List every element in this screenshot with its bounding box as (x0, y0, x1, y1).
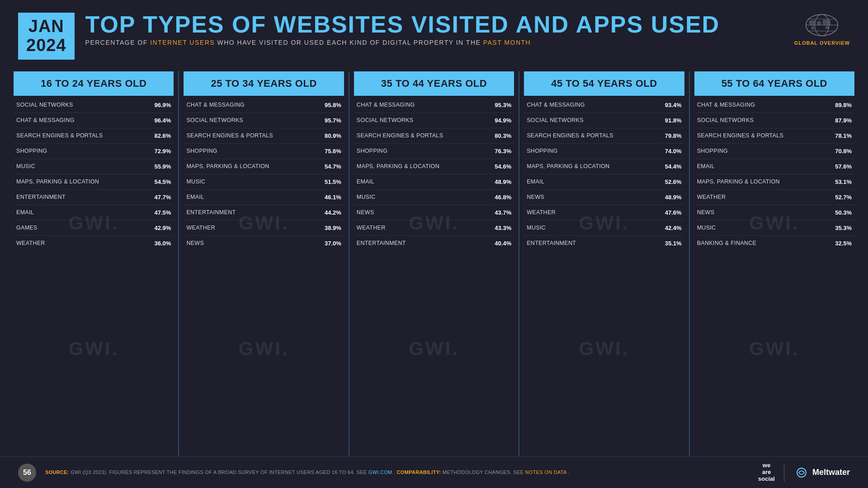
age-column-col-16-24: 16 TO 24 YEARS OLDGWI.GWI.SOCIAL NETWORK… (14, 71, 174, 457)
comparability-text: METHODOLOGY CHANGES. SEE (443, 469, 525, 475)
data-row: ENTERTAINMENT40.4% (354, 236, 514, 251)
we-are-social-logo: wearesocial (758, 462, 775, 483)
gwi-watermark-2: GWI. (68, 338, 119, 360)
data-row: GAMES42.9% (14, 221, 174, 236)
data-table-col-35-44: GWI.GWI.CHAT & MESSAGING95.3%SOCIAL NETW… (354, 98, 514, 456)
data-row: EMAIL47.5% (14, 205, 174, 221)
gwi-link[interactable]: GWI.COM (368, 469, 392, 475)
data-row: SEARCH ENGINES & PORTALS79.8% (524, 128, 684, 144)
data-row: EMAIL48.9% (354, 174, 514, 190)
column-divider (178, 71, 179, 457)
meltwater-logo: Meltwater (793, 467, 850, 478)
row-value: 53.1% (832, 178, 852, 185)
row-value: 78.1% (832, 132, 852, 139)
data-row: NEWS50.3% (694, 205, 854, 221)
footer-logos: wearesocial Meltwater (758, 462, 850, 483)
row-value: 87.9% (832, 117, 852, 124)
row-value: 47.7% (151, 194, 171, 201)
data-row: BANKING & FINANCE32.5% (694, 236, 854, 251)
row-label: CHAT & MESSAGING (697, 102, 832, 108)
data-row: SEARCH ENGINES & PORTALS82.6% (14, 128, 174, 144)
column-divider (689, 71, 690, 457)
age-column-col-25-34: 25 TO 34 YEARS OLDGWI.GWI.CHAT & MESSAGI… (184, 71, 344, 457)
source-label: SOURCE: (45, 469, 69, 475)
row-value: 47.6% (662, 209, 682, 216)
row-label: NEWS (357, 209, 491, 216)
row-label: ENTERTAINMENT (527, 240, 661, 246)
subtitle-prefix: PERCENTAGE OF (85, 39, 151, 46)
row-value: 42.4% (662, 225, 682, 231)
data-row: NEWS48.9% (524, 190, 684, 205)
row-value: 46.8% (491, 194, 511, 201)
row-value: 94.9% (491, 117, 511, 124)
row-value: 40.4% (491, 240, 511, 247)
subtitle-middle: WHO HAVE VISITED OR USED EACH KIND OF DI… (215, 39, 483, 46)
row-value: 96.4% (151, 117, 171, 124)
header: JAN 2024 TOP TYPES OF WEBSITES VISITED A… (0, 0, 868, 67)
row-label: CHAT & MESSAGING (357, 102, 491, 108)
data-row: SHOPPING74.0% (524, 144, 684, 159)
data-row: MUSIC55.9% (14, 159, 174, 174)
data-row: SHOPPING75.6% (184, 144, 344, 159)
row-label: MAPS, PARKING & LOCATION (16, 178, 151, 185)
data-table-col-45-54: GWI.GWI.CHAT & MESSAGING93.4%SOCIAL NETW… (524, 98, 684, 456)
data-row: WEATHER38.9% (184, 221, 344, 236)
data-row: ENTERTAINMENT47.7% (14, 190, 174, 205)
data-row: CHAT & MESSAGING96.4% (14, 113, 174, 128)
data-row: WEATHER36.0% (14, 236, 174, 251)
row-label: CHAT & MESSAGING (186, 102, 321, 108)
data-row: CHAT & MESSAGING95.3% (354, 98, 514, 113)
row-label: MAPS, PARKING & LOCATION (186, 163, 321, 169)
row-value: 57.6% (832, 163, 852, 170)
row-label: SHOPPING (186, 148, 321, 154)
row-label: EMAIL (186, 194, 321, 200)
svg-point-10 (797, 468, 806, 477)
row-label: CHAT & MESSAGING (16, 117, 151, 123)
data-row: SHOPPING76.3% (354, 144, 514, 159)
row-value: 89.8% (832, 102, 852, 108)
notes-link[interactable]: NOTES ON DATA (525, 469, 567, 475)
row-label: MUSIC (186, 178, 321, 185)
svg-rect-6 (817, 21, 821, 25)
row-value: 82.6% (151, 132, 171, 139)
row-value: 72.9% (151, 148, 171, 155)
data-row: MAPS, PARKING & LOCATION54.4% (524, 159, 684, 174)
row-label: WEATHER (186, 225, 321, 231)
page-title: TOP TYPES OF WEBSITES VISITED AND APPS U… (85, 13, 785, 36)
age-header-col-45-54: 45 TO 54 YEARS OLD (524, 71, 684, 96)
row-label: BANKING & FINANCE (697, 240, 832, 246)
svg-rect-7 (823, 20, 830, 25)
date-line1: JAN (26, 17, 66, 36)
gwi-watermark-2: GWI. (239, 338, 289, 360)
row-label: SHOPPING (357, 148, 491, 154)
row-value: 80.9% (321, 132, 341, 139)
data-row: ENTERTAINMENT35.1% (524, 236, 684, 251)
row-label: ENTERTAINMENT (186, 209, 321, 216)
header-text: TOP TYPES OF WEBSITES VISITED AND APPS U… (85, 13, 785, 46)
data-row: SOCIAL NETWORKS87.9% (694, 113, 854, 128)
data-row: SEARCH ENGINES & PORTALS80.9% (184, 128, 344, 144)
row-label: WEATHER (357, 225, 491, 231)
row-value: 79.8% (662, 132, 682, 139)
row-label: MAPS, PARKING & LOCATION (527, 163, 661, 169)
age-header-col-55-64: 55 TO 64 YEARS OLD (694, 71, 854, 96)
data-row: EMAIL52.6% (524, 174, 684, 190)
row-label: MUSIC (16, 163, 151, 169)
main-content: 16 TO 24 YEARS OLDGWI.GWI.SOCIAL NETWORK… (0, 67, 868, 457)
row-label: EMAIL (697, 163, 832, 169)
row-value: 95.7% (321, 117, 341, 124)
data-row: SOCIAL NETWORKS95.7% (184, 113, 344, 128)
row-label: MUSIC (697, 225, 832, 231)
row-value: 80.3% (491, 132, 511, 139)
row-value: 50.3% (832, 209, 852, 216)
row-value: 48.9% (662, 194, 682, 201)
row-value: 37.0% (321, 240, 341, 247)
row-label: SEARCH ENGINES & PORTALS (527, 132, 661, 139)
row-label: CHAT & MESSAGING (527, 102, 661, 108)
row-value: 70.8% (832, 148, 852, 155)
data-row: WEATHER47.6% (524, 205, 684, 221)
data-row: SHOPPING72.9% (14, 144, 174, 159)
header-subtitle: PERCENTAGE OF INTERNET USERS WHO HAVE VI… (85, 39, 785, 46)
global-overview-label: GLOBAL OVERVIEW (794, 40, 850, 46)
row-label: EMAIL (16, 209, 151, 216)
